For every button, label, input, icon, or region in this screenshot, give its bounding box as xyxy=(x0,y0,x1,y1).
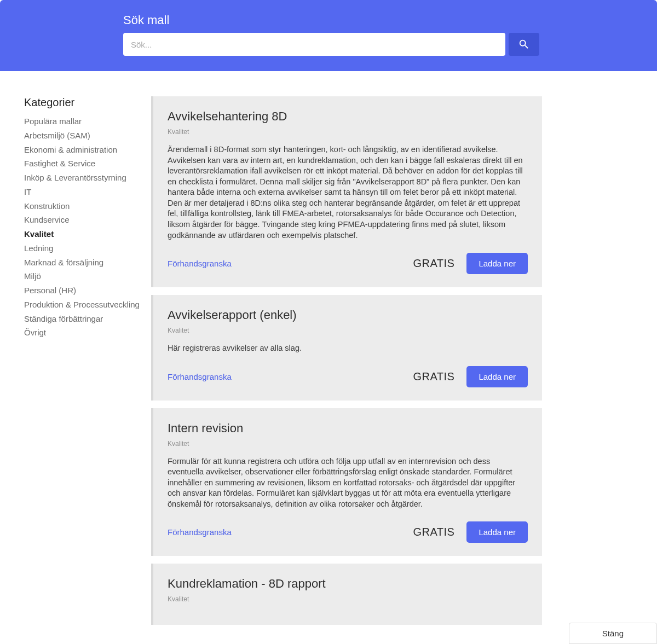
category-item[interactable]: Personal (HR) xyxy=(24,283,140,298)
category-item[interactable]: Kundservice xyxy=(24,213,140,227)
download-button[interactable]: Ladda ner xyxy=(466,366,528,387)
download-button[interactable]: Ladda ner xyxy=(466,253,528,274)
card-category: Kvalitet xyxy=(168,327,528,334)
card-description: Här registreras avvikelser av alla slag. xyxy=(168,343,528,354)
close-button[interactable]: Stäng xyxy=(569,623,657,644)
search-button[interactable] xyxy=(509,33,539,56)
template-list: Avvikelsehantering 8DKvalitetÄrendemall … xyxy=(151,96,542,633)
category-item[interactable]: Övrigt xyxy=(24,326,140,340)
category-item[interactable]: Kvalitet xyxy=(24,227,140,241)
card-title: Avvikelserapport (enkel) xyxy=(168,308,528,322)
price-label: GRATIS xyxy=(413,257,454,270)
card-title: Avvikelsehantering 8D xyxy=(168,109,528,124)
card-title: Kundreklamation - 8D rapport xyxy=(168,577,528,591)
search-icon xyxy=(518,38,530,50)
category-item[interactable]: Fastighet & Service xyxy=(24,156,140,171)
search-header: Sök mall xyxy=(0,0,657,71)
search-input[interactable] xyxy=(123,33,505,56)
preview-link[interactable]: Förhandsgranska xyxy=(168,527,232,537)
card-description: Ärendemall i 8D-format som styr hanterin… xyxy=(168,144,528,241)
category-item[interactable]: Ledning xyxy=(24,241,140,256)
category-item[interactable]: Marknad & försäljning xyxy=(24,256,140,270)
category-item[interactable]: IT xyxy=(24,185,140,199)
card-footer-right: GRATISLadda ner xyxy=(413,521,528,543)
price-label: GRATIS xyxy=(413,370,454,383)
card-footer: FörhandsgranskaGRATISLadda ner xyxy=(168,521,528,543)
template-card: Kundreklamation - 8D rapportKvalitet xyxy=(151,564,542,625)
preview-link[interactable]: Förhandsgranska xyxy=(168,259,232,268)
card-title: Intern revision xyxy=(168,421,528,436)
sidebar-title: Kategorier xyxy=(24,96,140,109)
search-label: Sök mall xyxy=(123,13,539,27)
card-category: Kvalitet xyxy=(168,440,528,448)
card-footer-right: GRATISLadda ner xyxy=(413,253,528,274)
category-item[interactable]: Ekonomi & administration xyxy=(24,143,140,157)
download-button[interactable]: Ladda ner xyxy=(466,521,528,543)
category-item[interactable]: Inköp & Leverantörsstyrning xyxy=(24,171,140,185)
preview-link[interactable]: Förhandsgranska xyxy=(168,372,232,381)
card-description: Formulär för att kunna registrera och ut… xyxy=(168,456,528,510)
template-card: Intern revisionKvalitetFormulär för att … xyxy=(151,408,542,556)
category-item[interactable]: Arbetsmiljö (SAM) xyxy=(24,129,140,143)
card-footer: FörhandsgranskaGRATISLadda ner xyxy=(168,366,528,387)
price-label: GRATIS xyxy=(413,526,454,538)
card-footer-right: GRATISLadda ner xyxy=(413,366,528,387)
sidebar: Kategorier Populära mallarArbetsmiljö (S… xyxy=(24,96,140,633)
category-item[interactable]: Ständiga förbättringar xyxy=(24,312,140,326)
category-item[interactable]: Populära mallar xyxy=(24,114,140,129)
card-category: Kvalitet xyxy=(168,595,528,603)
card-category: Kvalitet xyxy=(168,128,528,136)
template-card: Avvikelserapport (enkel)KvalitetHär regi… xyxy=(151,295,542,401)
category-item[interactable]: Konstruktion xyxy=(24,199,140,213)
card-footer: FörhandsgranskaGRATISLadda ner xyxy=(168,253,528,274)
category-item[interactable]: Produktion & Processutveckling xyxy=(24,298,140,312)
category-item[interactable]: Miljö xyxy=(24,269,140,283)
category-list: Populära mallarArbetsmiljö (SAM)Ekonomi … xyxy=(24,114,140,340)
template-card: Avvikelsehantering 8DKvalitetÄrendemall … xyxy=(151,96,542,287)
